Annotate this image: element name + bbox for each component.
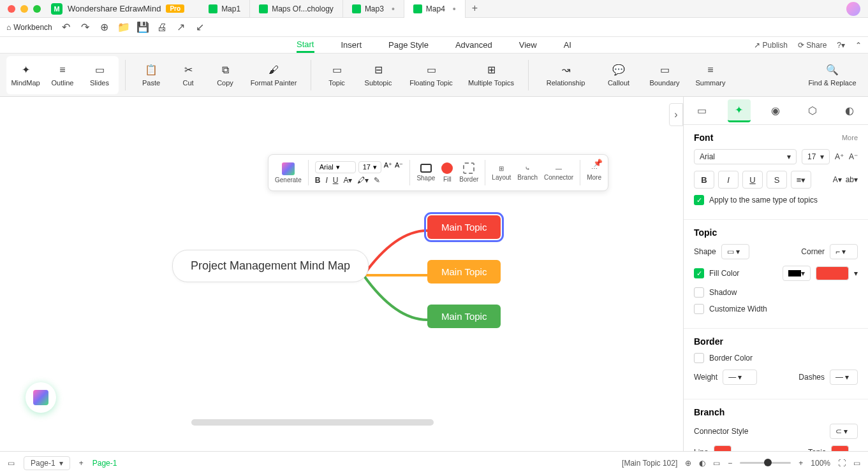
zoom-slider[interactable] <box>740 462 791 464</box>
menu-insert[interactable]: Insert <box>341 38 362 52</box>
fit-icon[interactable]: ▭ <box>853 459 860 468</box>
panel-tab-5[interactable]: ◐ <box>838 99 861 122</box>
ai-assistant-button[interactable] <box>26 382 56 413</box>
status-icon-2[interactable]: ◐ <box>699 459 705 468</box>
apply-checkbox[interactable]: ✓ <box>694 195 704 205</box>
main-topic-2[interactable]: Main Topic <box>427 260 501 284</box>
print-icon[interactable]: 🖨 <box>157 22 167 32</box>
font-size-select[interactable]: 17 ▾ <box>802 149 830 164</box>
outline-view-button[interactable]: ≡Outline <box>45 57 80 93</box>
status-icon-3[interactable]: ▭ <box>713 459 720 468</box>
branch-button[interactable]: ⤷Branch <box>517 165 538 181</box>
redo-icon[interactable]: ↷ <box>80 22 91 32</box>
layout-button[interactable]: ⊞Layout <box>492 165 511 181</box>
export-icon[interactable]: ↗ <box>176 22 186 32</box>
minimize-window[interactable] <box>20 5 28 13</box>
doc-tab-map4[interactable]: Map4• <box>404 0 466 18</box>
zoom-in-button[interactable]: + <box>798 459 803 468</box>
color-dropdown-icon[interactable]: ▾ <box>854 269 858 278</box>
highlight-button[interactable]: 🖍▾ <box>357 176 369 185</box>
text-case-button[interactable]: ab▾ <box>846 175 858 184</box>
bold-button[interactable]: B <box>315 176 321 185</box>
fill-color-swatch[interactable] <box>816 266 849 280</box>
clear-format-button[interactable]: ✎ <box>374 176 380 185</box>
import-icon[interactable]: ↙ <box>195 22 205 32</box>
relationship-button[interactable]: ↝Relationship <box>536 57 595 93</box>
underline-button[interactable]: U <box>742 171 763 189</box>
italic-button[interactable]: I <box>325 176 327 185</box>
topic-color-swatch[interactable] <box>831 445 849 451</box>
fill-mode-select[interactable]: ▾ <box>783 266 811 281</box>
save-icon[interactable]: 💾 <box>138 22 148 32</box>
bold-button[interactable]: B <box>694 171 714 189</box>
central-topic[interactable]: Project Management Mind Map <box>172 250 369 282</box>
floating-topic-button[interactable]: ▭Floating Topic <box>402 57 460 93</box>
zoom-thumb[interactable] <box>764 459 772 466</box>
undo-icon[interactable]: ↶ <box>61 22 71 32</box>
mindmap-view-button[interactable]: ✦MindMap <box>8 57 43 93</box>
fill-checkbox[interactable]: ✓ <box>694 268 704 278</box>
underline-button[interactable]: U <box>333 176 339 185</box>
menu-page-style[interactable]: Page Style <box>388 38 429 52</box>
close-window[interactable] <box>8 5 15 13</box>
font-shrink-icon[interactable]: A⁻ <box>395 161 403 173</box>
shadow-checkbox[interactable] <box>694 287 704 298</box>
publish-button[interactable]: ↗ Publish <box>754 41 788 50</box>
italic-button[interactable]: I <box>718 171 739 189</box>
font-grow-icon[interactable]: A⁺ <box>384 161 392 173</box>
align-button[interactable]: ≡▾ <box>791 171 811 189</box>
shape-select[interactable]: ▭ ▾ <box>721 244 749 259</box>
format-painter-button[interactable]: 🖌Format Painter <box>244 57 303 93</box>
strikethrough-button[interactable]: S <box>767 171 787 189</box>
slides-view-button[interactable]: ▭Slides <box>82 57 117 93</box>
line-color-swatch[interactable] <box>714 445 732 451</box>
connector-button[interactable]: —Connector <box>544 165 573 181</box>
page-tab[interactable]: Page-1 <box>92 459 117 468</box>
font-more[interactable]: More <box>842 134 858 141</box>
find-replace-button[interactable]: 🔍Find & Replace <box>803 57 862 93</box>
font-size-select[interactable]: 17 ▾ <box>358 161 381 173</box>
shape-button[interactable]: Shape <box>416 164 435 182</box>
user-avatar[interactable] <box>846 2 860 16</box>
panel-toggle-icon[interactable]: ▭ <box>8 459 15 468</box>
panel-tab-3[interactable]: ◉ <box>764 99 787 122</box>
workbench-button[interactable]: ⌂ Workbench <box>6 23 52 32</box>
collapse-panel-button[interactable]: › <box>669 103 683 126</box>
callout-button[interactable]: 💬Callout <box>596 57 641 93</box>
status-icon-1[interactable]: ⊕ <box>685 459 691 468</box>
page-select[interactable]: Page-1 ▾ <box>24 456 70 470</box>
add-tab-button[interactable]: + <box>466 0 484 18</box>
menu-start[interactable]: Start <box>297 38 314 53</box>
font-shrink-icon[interactable]: A⁻ <box>849 152 858 161</box>
panel-tab-style[interactable]: ✦ <box>728 99 751 122</box>
panel-tab-1[interactable]: ▭ <box>691 99 714 122</box>
multiple-topics-button[interactable]: ⊞Multiple Topics <box>462 57 520 93</box>
connector-style-select[interactable]: ⊂ ▾ <box>830 424 858 439</box>
font-color-button[interactable]: A▾ <box>833 175 842 184</box>
topic-button[interactable]: ▭Topic <box>319 57 355 93</box>
font-family-select[interactable]: Arial ▾ <box>694 149 797 164</box>
panel-tab-4[interactable]: ⬡ <box>801 99 824 122</box>
dashes-select[interactable]: — ▾ <box>830 370 858 385</box>
maximize-window[interactable] <box>33 5 41 13</box>
collapse-ribbon-icon[interactable]: ⌃ <box>855 41 862 50</box>
menu-ai[interactable]: AI <box>564 38 571 52</box>
boundary-button[interactable]: ▭Boundary <box>642 57 687 93</box>
zoom-out-button[interactable]: − <box>728 459 732 468</box>
copy-button[interactable]: ⧉Copy <box>207 57 243 93</box>
canvas[interactable]: 📌 Generate Arial ▾ 17 ▾ A⁺ A⁻ B I U A▾ 🖍… <box>0 97 683 451</box>
main-topic-3[interactable]: Main Topic <box>427 305 501 328</box>
border-button[interactable]: Border <box>459 162 478 183</box>
help-icon[interactable]: ?▾ <box>837 41 845 50</box>
menu-advanced[interactable]: Advanced <box>455 38 492 52</box>
doc-tab-map1[interactable]: Map1 <box>200 0 250 18</box>
corner-select[interactable]: ⌐ ▾ <box>830 244 858 259</box>
horizontal-scrollbar[interactable] <box>191 419 434 426</box>
fill-button[interactable]: Fill <box>441 162 453 183</box>
summary-button[interactable]: ≡Summary <box>688 57 733 93</box>
new-icon[interactable]: ⊕ <box>99 22 110 32</box>
generate-button[interactable]: Generate <box>275 162 302 183</box>
font-family-select[interactable]: Arial ▾ <box>315 161 356 173</box>
doc-tab-map3[interactable]: Map3• <box>343 0 404 18</box>
font-color-button[interactable]: A▾ <box>343 176 352 185</box>
